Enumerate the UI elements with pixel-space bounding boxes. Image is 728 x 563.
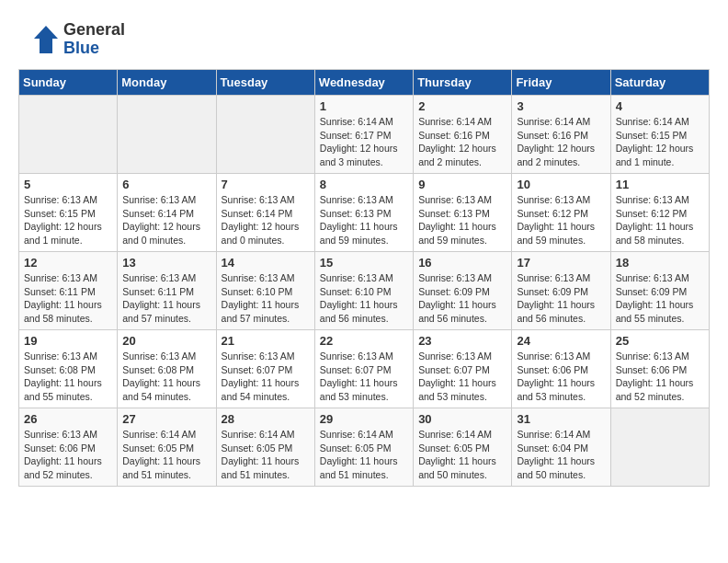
calendar-cell: [19, 96, 118, 174]
day-info: Sunrise: 6:13 AM Sunset: 6:08 PM Dayligh…: [24, 350, 112, 404]
day-number: 10: [517, 178, 605, 191]
day-info: Sunrise: 6:14 AM Sunset: 6:15 PM Dayligh…: [616, 115, 704, 169]
weekday-header-saturday: Saturday: [610, 70, 709, 96]
day-number: 1: [320, 99, 408, 113]
weekday-header-sunday: Sunday: [19, 70, 118, 96]
day-number: 22: [320, 334, 408, 348]
calendar-cell: 1Sunrise: 6:14 AM Sunset: 6:17 PM Daylig…: [314, 96, 413, 174]
calendar-cell: 18Sunrise: 6:13 AM Sunset: 6:09 PM Dayli…: [610, 252, 709, 330]
day-number: 19: [24, 334, 112, 348]
page-header: GeneralBlue: [18, 18, 710, 60]
calendar-cell: 30Sunrise: 6:14 AM Sunset: 6:05 PM Dayli…: [414, 408, 512, 487]
day-number: 27: [122, 412, 210, 426]
weekday-header-thursday: Thursday: [414, 70, 512, 96]
calendar-cell: 3Sunrise: 6:14 AM Sunset: 6:16 PM Daylig…: [512, 96, 610, 174]
day-info: Sunrise: 6:13 AM Sunset: 6:14 PM Dayligh…: [222, 193, 310, 247]
weekday-header-friday: Friday: [512, 70, 610, 96]
calendar-cell: [610, 408, 709, 487]
weekday-header-tuesday: Tuesday: [216, 70, 314, 96]
day-info: Sunrise: 6:13 AM Sunset: 6:07 PM Dayligh…: [418, 350, 506, 404]
calendar-cell: 14Sunrise: 6:13 AM Sunset: 6:10 PM Dayli…: [216, 252, 314, 330]
calendar-table: SundayMondayTuesdayWednesdayThursdayFrid…: [18, 69, 710, 487]
day-number: 26: [24, 412, 112, 426]
calendar-cell: 2Sunrise: 6:14 AM Sunset: 6:16 PM Daylig…: [414, 96, 512, 174]
day-number: 30: [418, 412, 506, 426]
day-number: 18: [616, 256, 704, 270]
day-number: 3: [517, 99, 605, 113]
calendar-week-4: 19Sunrise: 6:13 AM Sunset: 6:08 PM Dayli…: [19, 330, 710, 408]
day-info: Sunrise: 6:13 AM Sunset: 6:12 PM Dayligh…: [517, 193, 605, 247]
calendar-cell: 31Sunrise: 6:14 AM Sunset: 6:04 PM Dayli…: [512, 408, 610, 487]
day-number: 8: [320, 178, 408, 191]
day-number: 16: [418, 256, 506, 270]
calendar-cell: 9Sunrise: 6:13 AM Sunset: 6:13 PM Daylig…: [414, 174, 512, 252]
calendar-cell: 21Sunrise: 6:13 AM Sunset: 6:07 PM Dayli…: [216, 330, 314, 408]
day-info: Sunrise: 6:13 AM Sunset: 6:15 PM Dayligh…: [24, 193, 112, 247]
calendar-cell: 17Sunrise: 6:13 AM Sunset: 6:09 PM Dayli…: [512, 252, 610, 330]
calendar-cell: 16Sunrise: 6:13 AM Sunset: 6:09 PM Dayli…: [414, 252, 512, 330]
calendar-cell: 25Sunrise: 6:13 AM Sunset: 6:06 PM Dayli…: [610, 330, 709, 408]
calendar-cell: 10Sunrise: 6:13 AM Sunset: 6:12 PM Dayli…: [512, 174, 610, 252]
day-number: 14: [222, 256, 310, 270]
calendar-cell: [216, 96, 314, 174]
calendar-cell: 27Sunrise: 6:14 AM Sunset: 6:05 PM Dayli…: [118, 408, 216, 487]
day-number: 5: [24, 178, 112, 191]
logo: GeneralBlue: [18, 18, 125, 60]
day-info: Sunrise: 6:14 AM Sunset: 6:04 PM Dayligh…: [517, 428, 605, 482]
day-info: Sunrise: 6:13 AM Sunset: 6:06 PM Dayligh…: [517, 350, 605, 404]
day-number: 31: [517, 412, 605, 426]
calendar-week-3: 12Sunrise: 6:13 AM Sunset: 6:11 PM Dayli…: [19, 252, 710, 330]
day-info: Sunrise: 6:13 AM Sunset: 6:08 PM Dayligh…: [122, 350, 210, 404]
day-info: Sunrise: 6:14 AM Sunset: 6:17 PM Dayligh…: [320, 115, 408, 169]
day-number: 15: [320, 256, 408, 270]
calendar-cell: 5Sunrise: 6:13 AM Sunset: 6:15 PM Daylig…: [19, 174, 118, 252]
day-info: Sunrise: 6:13 AM Sunset: 6:11 PM Dayligh…: [24, 271, 112, 326]
day-number: 13: [122, 256, 210, 270]
calendar-cell: 15Sunrise: 6:13 AM Sunset: 6:10 PM Dayli…: [314, 252, 413, 330]
calendar-cell: 11Sunrise: 6:13 AM Sunset: 6:12 PM Dayli…: [610, 174, 709, 252]
day-info: Sunrise: 6:14 AM Sunset: 6:05 PM Dayligh…: [122, 428, 210, 482]
calendar-cell: 12Sunrise: 6:13 AM Sunset: 6:11 PM Dayli…: [19, 252, 118, 330]
day-info: Sunrise: 6:13 AM Sunset: 6:09 PM Dayligh…: [616, 271, 704, 326]
day-number: 23: [418, 334, 506, 348]
day-info: Sunrise: 6:14 AM Sunset: 6:05 PM Dayligh…: [418, 428, 506, 482]
day-number: 25: [616, 334, 704, 348]
day-info: Sunrise: 6:14 AM Sunset: 6:16 PM Dayligh…: [517, 115, 605, 169]
day-info: Sunrise: 6:13 AM Sunset: 6:07 PM Dayligh…: [320, 350, 408, 404]
day-info: Sunrise: 6:13 AM Sunset: 6:06 PM Dayligh…: [24, 428, 112, 482]
day-number: 4: [616, 99, 704, 113]
calendar-cell: 29Sunrise: 6:14 AM Sunset: 6:05 PM Dayli…: [314, 408, 413, 487]
day-number: 17: [517, 256, 605, 270]
day-number: 6: [122, 178, 210, 191]
day-number: 24: [517, 334, 605, 348]
day-info: Sunrise: 6:13 AM Sunset: 6:11 PM Dayligh…: [122, 271, 210, 326]
day-info: Sunrise: 6:13 AM Sunset: 6:09 PM Dayligh…: [517, 271, 605, 326]
calendar-cell: 6Sunrise: 6:13 AM Sunset: 6:14 PM Daylig…: [118, 174, 216, 252]
day-info: Sunrise: 6:13 AM Sunset: 6:13 PM Dayligh…: [320, 193, 408, 247]
svg-marker-0: [34, 26, 58, 53]
logo-svg: [18, 18, 60, 60]
calendar-cell: 19Sunrise: 6:13 AM Sunset: 6:08 PM Dayli…: [19, 330, 118, 408]
day-info: Sunrise: 6:14 AM Sunset: 6:05 PM Dayligh…: [320, 428, 408, 482]
day-number: 29: [320, 412, 408, 426]
weekday-header-wednesday: Wednesday: [314, 70, 413, 96]
day-info: Sunrise: 6:13 AM Sunset: 6:09 PM Dayligh…: [418, 271, 506, 326]
day-info: Sunrise: 6:13 AM Sunset: 6:10 PM Dayligh…: [320, 271, 408, 326]
day-number: 9: [418, 178, 506, 191]
calendar-week-2: 5Sunrise: 6:13 AM Sunset: 6:15 PM Daylig…: [19, 174, 710, 252]
calendar-cell: 20Sunrise: 6:13 AM Sunset: 6:08 PM Dayli…: [118, 330, 216, 408]
calendar-cell: 26Sunrise: 6:13 AM Sunset: 6:06 PM Dayli…: [19, 408, 118, 487]
calendar-cell: 24Sunrise: 6:13 AM Sunset: 6:06 PM Dayli…: [512, 330, 610, 408]
day-info: Sunrise: 6:14 AM Sunset: 6:05 PM Dayligh…: [222, 428, 310, 482]
logo-general-text: General: [63, 21, 125, 40]
day-number: 11: [616, 178, 704, 191]
calendar-cell: 4Sunrise: 6:14 AM Sunset: 6:15 PM Daylig…: [610, 96, 709, 174]
day-number: 7: [222, 178, 310, 191]
day-info: Sunrise: 6:13 AM Sunset: 6:06 PM Dayligh…: [616, 350, 704, 404]
day-number: 20: [122, 334, 210, 348]
calendar-cell: 22Sunrise: 6:13 AM Sunset: 6:07 PM Dayli…: [314, 330, 413, 408]
calendar-cell: 8Sunrise: 6:13 AM Sunset: 6:13 PM Daylig…: [314, 174, 413, 252]
day-info: Sunrise: 6:13 AM Sunset: 6:14 PM Dayligh…: [122, 193, 210, 247]
calendar-cell: 13Sunrise: 6:13 AM Sunset: 6:11 PM Dayli…: [118, 252, 216, 330]
day-number: 2: [418, 99, 506, 113]
